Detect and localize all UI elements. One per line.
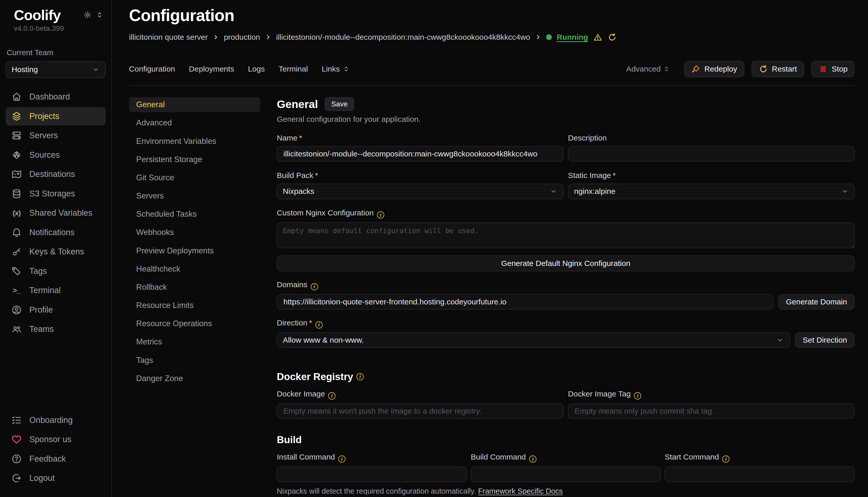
sidebar-item-destinations[interactable]: Destinations (6, 165, 106, 183)
build-pack-label: Build Pack (277, 171, 313, 180)
sidebar-item-sponsor[interactable]: Sponsor us (6, 430, 106, 449)
framework-docs-link[interactable]: Framework Specific Docs (478, 487, 563, 495)
direction-label: Direction (277, 318, 307, 327)
sidebar-item-logout[interactable]: Logout (6, 469, 106, 487)
sidebar: Coolify v4.0.0-beta.399 Current Team Hos… (0, 0, 112, 497)
info-icon[interactable]: i (338, 455, 345, 463)
install-command-input[interactable] (277, 467, 467, 482)
warning-icon[interactable] (593, 32, 603, 42)
docker-image-tag-label: Docker Image Tag (568, 389, 631, 398)
set-direction-button[interactable]: Set Direction (795, 332, 855, 348)
direction-select[interactable]: Allow www & non-www. (277, 332, 790, 348)
generate-domain-button[interactable]: Generate Domain (778, 294, 855, 310)
static-image-select[interactable]: nginx:alpine (568, 184, 855, 199)
subnav-item-metrics[interactable]: Metrics (129, 335, 260, 349)
sidebar-item-keys-tokens[interactable]: Keys & Tokens (6, 243, 106, 261)
docker-image-field-group: Docker Imagei (277, 389, 563, 419)
description-label: Description (568, 133, 855, 142)
sidebar-item-terminal[interactable]: >_ Terminal (6, 281, 106, 300)
subnav-item-general[interactable]: General (129, 97, 260, 112)
subnav-item-persistent-storage[interactable]: Persistent Storage (129, 152, 260, 167)
chevron-updown-icon (343, 66, 350, 73)
sidebar-item-tags[interactable]: Tags (6, 262, 106, 280)
docker-image-tag-input[interactable] (568, 403, 855, 419)
info-icon[interactable]: i (328, 392, 335, 399)
required-asterisk: * (315, 171, 318, 180)
subnav-item-healthcheck[interactable]: Healthcheck (129, 261, 260, 276)
subnav-item-preview-deployments[interactable]: Preview Deployments (129, 243, 260, 258)
tabs-divider (129, 85, 855, 86)
subnav-item-resource-operations[interactable]: Resource Operations (129, 316, 260, 331)
tab-links[interactable]: Links (322, 65, 350, 73)
tab-configuration[interactable]: Configuration (129, 65, 175, 73)
sidebar-item-profile[interactable]: Profile (6, 301, 106, 319)
subnav-item-tags[interactable]: Tags (129, 353, 260, 368)
info-icon[interactable]: i (529, 455, 536, 463)
subnav-item-servers[interactable]: Servers (129, 188, 260, 203)
tab-logs[interactable]: Logs (248, 65, 265, 73)
generate-nginx-button[interactable]: Generate Default Nginx Configuration (277, 255, 855, 272)
subnav-item-webhooks[interactable]: Webhooks (129, 225, 260, 240)
info-icon[interactable]: i (357, 373, 364, 380)
domains-input[interactable] (277, 294, 773, 310)
subnav-item-advanced[interactable]: Advanced (129, 115, 260, 130)
sidebar-item-s3-storages[interactable]: S3 Storages (6, 185, 106, 203)
tab-deployments[interactable]: Deployments (189, 65, 234, 73)
info-icon[interactable]: i (377, 211, 384, 218)
info-icon[interactable]: i (315, 321, 322, 328)
subnav-item-danger-zone[interactable]: Danger Zone (129, 371, 260, 386)
breadcrumb-application[interactable]: illicitestonion/-module--decomposition:m… (276, 33, 530, 42)
users-icon (11, 324, 22, 335)
restart-button[interactable]: Restart (752, 61, 804, 77)
sidebar-item-projects[interactable]: Projects (6, 107, 106, 125)
subnav-item-scheduled-tasks[interactable]: Scheduled Tasks (129, 207, 260, 222)
section-title-general: General (277, 98, 318, 111)
tag-icon (11, 266, 22, 277)
subnav-item-resource-limits[interactable]: Resource Limits (129, 298, 260, 313)
save-button[interactable]: Save (325, 97, 354, 111)
static-image-label: Static Image (568, 171, 611, 180)
sidebar-item-sources[interactable]: Sources (6, 146, 106, 164)
refresh-icon[interactable] (607, 32, 617, 42)
nginx-config-textarea[interactable] (277, 222, 855, 248)
map-icon (11, 169, 22, 180)
sidebar-item-feedback[interactable]: Feedback (6, 450, 106, 468)
breadcrumb-environment[interactable]: production (224, 33, 260, 42)
info-icon[interactable]: i (634, 392, 641, 399)
subnav-item-git-source[interactable]: Git Source (129, 170, 260, 185)
sidebar-item-dashboard[interactable]: Dashboard (6, 88, 106, 106)
chevron-right-icon (535, 34, 541, 40)
sidebar-item-shared-variables[interactable]: (x) Shared Variables (6, 204, 106, 222)
description-input[interactable] (568, 146, 855, 161)
build-pack-select[interactable]: Nixpacks (277, 184, 563, 199)
start-command-input[interactable] (665, 467, 855, 482)
build-command-input[interactable] (471, 467, 661, 482)
server-icon (11, 130, 22, 141)
heart-icon (11, 434, 22, 445)
breadcrumb-project[interactable]: illicitonion quote server (129, 33, 208, 42)
install-command-label: Install Command (277, 453, 335, 461)
chevron-updown-icon[interactable] (96, 11, 104, 19)
tab-terminal[interactable]: Terminal (279, 65, 308, 73)
status-dot (546, 34, 552, 40)
sidebar-item-notifications[interactable]: Notifications (6, 223, 106, 242)
checklist-icon (11, 415, 22, 426)
sidebar-item-servers[interactable]: Servers (6, 126, 106, 145)
status-badge[interactable]: Running (557, 33, 588, 42)
theme-sun-icon[interactable] (84, 11, 91, 19)
sidebar-item-onboarding[interactable]: Onboarding (6, 411, 106, 429)
info-icon[interactable]: i (722, 455, 729, 463)
subnav-item-environment-variables[interactable]: Environment Variables (129, 133, 260, 148)
sidebar-nav: Dashboard Projects Servers Sources Desti… (6, 88, 106, 338)
subnav-item-rollback[interactable]: Rollback (129, 280, 260, 295)
team-select[interactable]: Hosting (6, 61, 106, 78)
redeploy-button[interactable]: Redeploy (684, 61, 744, 77)
name-input[interactable] (277, 146, 563, 161)
info-icon[interactable]: i (311, 283, 318, 290)
sidebar-item-teams[interactable]: Teams (6, 320, 106, 338)
section-title-docker-registry: Docker Registry (277, 371, 353, 382)
docker-image-input[interactable] (277, 403, 563, 419)
settings-subnav: General Advanced Environment Variables P… (129, 97, 260, 497)
advanced-dropdown[interactable]: Advanced (626, 65, 670, 73)
stop-button[interactable]: Stop (811, 61, 855, 77)
